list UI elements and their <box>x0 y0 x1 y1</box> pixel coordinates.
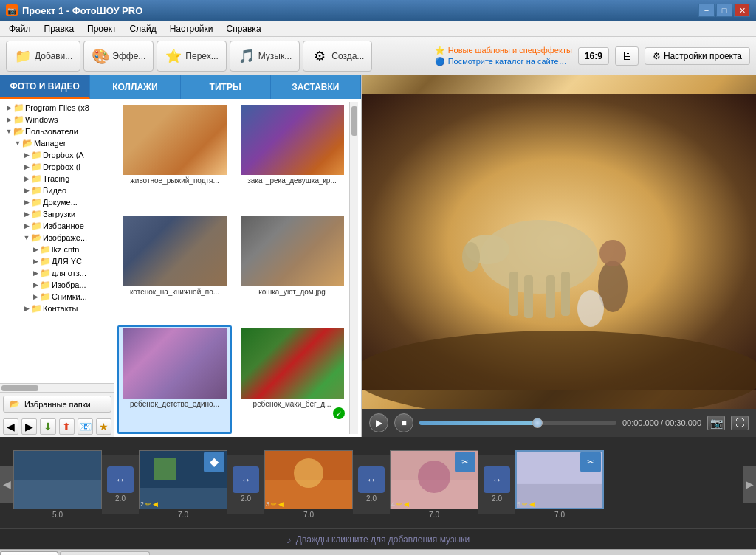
bottom-tab-slides[interactable]: Слайды <box>0 551 58 555</box>
stop-button[interactable]: ■ <box>394 413 413 432</box>
tree-item-for-other[interactable]: ▶ 📁 для отз... <box>0 267 114 279</box>
favorites-button[interactable]: 📂 Избранные папки <box>3 396 111 413</box>
minimize-button[interactable]: − <box>698 4 715 17</box>
maximize-button[interactable]: □ <box>716 4 732 17</box>
tree-item-manager[interactable]: ▼ 📂 Manager <box>0 137 114 149</box>
upload-button[interactable]: ⬆ <box>59 418 75 435</box>
play-button[interactable]: ▶ <box>369 413 388 432</box>
transition-2[interactable]: ↔ 2.0 <box>227 455 264 514</box>
timeline-next-button[interactable]: ▶ <box>743 466 756 503</box>
menu-settings[interactable]: Настройки <box>164 22 219 35</box>
expander-icon: ▶ <box>22 162 31 171</box>
create-button[interactable]: ⚙ Созда... <box>303 41 372 72</box>
expander-icon: ▶ <box>22 151 31 159</box>
add-music-bar[interactable]: ♪ Дважды кликните для добавления музыки <box>0 528 756 549</box>
expander-icon: ▶ <box>31 257 40 266</box>
tree-item-video[interactable]: ▶ 📁 Видео <box>0 185 114 196</box>
edit-icon-4: ✏ <box>396 500 402 508</box>
menu-file[interactable]: Файл <box>3 22 37 35</box>
promo-new-text: Новые шаблоны и спецэффекты <box>448 46 572 55</box>
folder-star-button[interactable]: ★ <box>96 418 111 435</box>
file-item-child[interactable]: ребёнок_детство_едино... <box>117 325 232 434</box>
folder-icon: 📁 <box>31 185 41 196</box>
tree-item-windows[interactable]: ▶ 📁 Windows <box>0 114 114 125</box>
menu-slide[interactable]: Слайд <box>124 22 162 35</box>
tree-item-images[interactable]: ▼ 📂 Изображе... <box>0 232 114 244</box>
slide-edit-bar-2: 2 ✏ ◀ <box>140 500 158 508</box>
arrow-icon-2: ◀ <box>153 500 158 508</box>
project-settings-button[interactable]: ⚙ Настройки проекта <box>645 47 750 65</box>
tree-item-dropbox2[interactable]: ▶ 📁 Dropbox (I <box>0 161 114 173</box>
progress-bar[interactable] <box>419 421 616 425</box>
file-item-sunset1[interactable]: закат_река_девушка_кр... <box>235 102 349 210</box>
close-button[interactable]: ✕ <box>734 4 750 17</box>
transition-3[interactable]: ↔ 2.0 <box>353 455 390 514</box>
tree-item-program-files[interactable]: ▶ 📁 Program Files (x8 <box>0 102 114 114</box>
aspect-ratio-button[interactable]: 16:9 <box>578 47 609 65</box>
tab-screensavers[interactable]: ЗАСТАВКИ <box>271 75 361 99</box>
file-thumbnail-cat1 <box>123 105 227 175</box>
file-item-cat2[interactable]: кошка_уют_дом.jpg <box>235 213 349 322</box>
tree-item-for-yt[interactable]: ▶ 📁 ДЛЯ YC <box>0 255 114 267</box>
transition-1[interactable]: ↔ 2.0 <box>102 455 139 514</box>
monitor-button[interactable]: 🖥 <box>615 46 639 66</box>
slide-item-2[interactable]: ◆ 2 ✏ ◀ 7.0 <box>139 450 227 519</box>
tree-item-lkz[interactable]: ▶ 📁 lkz cnfn <box>0 244 114 255</box>
slide-item-1[interactable]: 5.0 <box>13 450 102 519</box>
tree-item-contacts[interactable]: ▶ 📁 Контакты <box>0 303 114 314</box>
scissors-icon: ✂ <box>461 457 469 467</box>
menu-edit[interactable]: Правка <box>38 22 80 35</box>
tree-item-favorites-folder[interactable]: ▶ 📁 Избранное <box>0 220 114 232</box>
file-item-poppy[interactable]: ✓ ребёнок_маки_бег_д... <box>235 325 349 434</box>
tab-photo-video[interactable]: ФОТО И ВИДЕО <box>0 75 90 99</box>
tree-item-tracing[interactable]: ▶ 📁 Tracing <box>0 173 114 185</box>
progress-thumb[interactable] <box>532 418 543 428</box>
tree-item-screenshots[interactable]: ▶ 📁 Снимки... <box>0 291 114 303</box>
promo-link[interactable]: 🔵 Посмотрите каталог на сайте… <box>435 57 572 66</box>
folder-icon: 📁 <box>31 221 41 231</box>
tree-label-windows: Windows <box>25 115 58 124</box>
slide-item-4[interactable]: ✂ 4 ✏ ◀ 7.0 <box>390 450 478 519</box>
tree-item-images2[interactable]: ▶ 📁 Изобра... <box>0 279 114 291</box>
nav-forward-button[interactable]: ▶ <box>21 418 37 435</box>
tree-item-downloads[interactable]: ▶ 📁 Загрузки <box>0 208 114 220</box>
preview-area <box>362 75 756 409</box>
tab-titles[interactable]: ТИТРЫ <box>181 75 271 99</box>
time-total: 00:30.000 <box>665 418 701 427</box>
music-button[interactable]: 🎵 Музык... <box>230 41 300 72</box>
slide-overlay-4: ✂ <box>455 452 475 472</box>
file-item-kitten[interactable]: котенок_на_книжной_по... <box>117 213 232 322</box>
slide-num-3: 3 <box>266 500 269 508</box>
tree-item-users[interactable]: ▼ 📂 Пользователи <box>0 125 114 137</box>
bottom-tab-timeline[interactable]: Шкала времени <box>60 551 150 555</box>
add-button[interactable]: 📁 Добави... <box>6 41 80 72</box>
menu-help[interactable]: Справка <box>220 22 267 35</box>
slide-duration-3: 7.0 <box>303 511 314 519</box>
nav-back-button[interactable]: ◀ <box>3 418 18 435</box>
fullscreen-button[interactable]: ⛶ <box>731 416 749 430</box>
title-bar: 📷 Проект 1 - ФотоШОУ PRO − □ ✕ <box>0 0 756 21</box>
expander-icon: ▼ <box>22 233 31 242</box>
tree-label-dropbox2: Dropbox (I <box>43 162 80 171</box>
folder-icon: 📁 <box>40 292 50 302</box>
tree-label-favorites: Избранное <box>43 221 84 230</box>
tree-item-dropbox1[interactable]: ▶ 📁 Dropbox (А <box>0 149 114 161</box>
transitions-button[interactable]: ⭐ Перех... <box>157 41 226 72</box>
screenshot-button[interactable]: 📷 <box>707 416 725 430</box>
tree-toolbar: ◀ ▶ ⬇ ⬆ 📧 ★ <box>0 416 114 437</box>
folder-action-button[interactable]: 📧 <box>78 418 93 435</box>
tree-item-documents[interactable]: ▶ 📁 Докуме... <box>0 196 114 208</box>
tab-collages[interactable]: КОЛЛАЖИ <box>90 75 180 99</box>
slide-item-5[interactable]: ✂ 5 ✏ ◀ 7.0 <box>515 450 604 519</box>
expander-icon: ▶ <box>4 115 13 124</box>
slide-item-3[interactable]: 3 ✏ ◀ 7.0 <box>264 450 353 519</box>
expander-icon: ▶ <box>31 292 40 301</box>
create-label: Созда... <box>331 51 364 61</box>
effects-button[interactable]: 🎨 Эффе... <box>83 41 154 72</box>
menu-project[interactable]: Проект <box>81 22 123 35</box>
arrow-icon-3: ◀ <box>278 500 284 508</box>
transition-4[interactable]: ↔ 2.0 <box>478 455 515 514</box>
download-button[interactable]: ⬇ <box>40 418 55 435</box>
timeline-prev-button[interactable]: ◀ <box>0 466 13 503</box>
file-item-cat1[interactable]: животное_рыжий_подтя... <box>117 102 232 210</box>
